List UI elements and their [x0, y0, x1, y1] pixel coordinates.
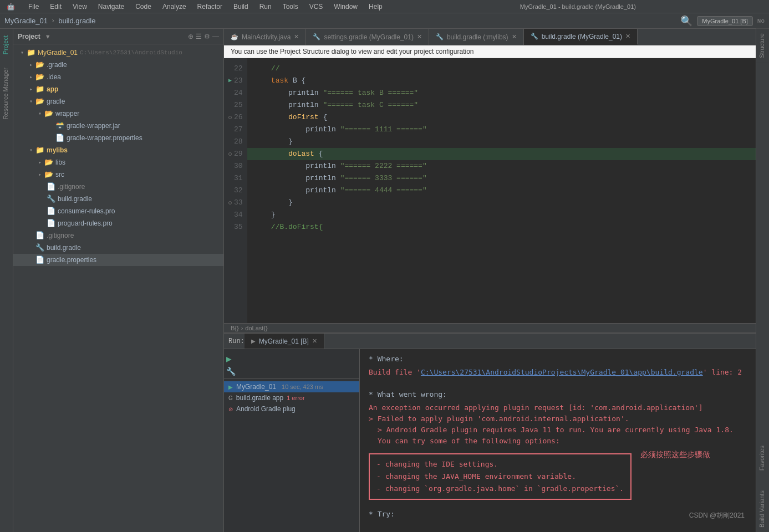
- tree-build-mylibs[interactable]: ▸ 🔧 build.gradle: [13, 193, 223, 205]
- bottom-panel: Run: ▶ MyGradle_01 [B] ✕ ▶ 🔧 ▶: [224, 332, 756, 532]
- tree-build-root[interactable]: ▸ 🔧 build.gradle: [13, 242, 223, 254]
- where-label: * Where:: [369, 354, 747, 365]
- favorites-tab[interactable]: Favorites: [756, 441, 769, 475]
- run-item-err-icon: ⊘: [228, 406, 233, 412]
- panel-icon-3[interactable]: ⚙: [204, 33, 210, 40]
- build-variants-tab[interactable]: Build Variants: [756, 486, 769, 532]
- ln-34: 34: [224, 209, 247, 221]
- right-spacer2: [756, 475, 769, 486]
- tab-build-mylibs-close[interactable]: ✕: [512, 33, 517, 40]
- run-item-g-icon: G: [228, 395, 233, 401]
- option2: - changing the JAVA_HOME environment var…: [376, 471, 624, 482]
- run-tab[interactable]: ▶ MyGradle_01 [B] ✕: [245, 334, 324, 349]
- tree-src[interactable]: ▸ 📂 src: [13, 168, 223, 181]
- code-content[interactable]: // task B { println "====== task B =====…: [247, 58, 756, 323]
- project-tab[interactable]: Project: [0, 29, 13, 61]
- menu-navigate[interactable]: Navigate: [96, 2, 126, 12]
- ln-22: 22: [224, 63, 247, 75]
- tree-mylibs[interactable]: ▾ 📁 mylibs: [13, 144, 223, 156]
- app-label: app: [47, 85, 58, 93]
- breadcrumb-dolast[interactable]: doLast{}: [245, 325, 267, 331]
- tab-settings-gradle-close[interactable]: ✕: [417, 33, 422, 40]
- run-tab-close[interactable]: ✕: [312, 337, 317, 345]
- bgr-label: build.gradle: [47, 244, 81, 252]
- run-item-agp[interactable]: ⊘ Android Gradle plug: [224, 403, 359, 415]
- libs-folder-icon: 📂: [44, 158, 53, 167]
- breadcrumb-b[interactable]: B{}: [231, 325, 239, 331]
- window-title: MyGradle_01 - build.gradle (MyGradle_01): [391, 2, 765, 11]
- code-27: println "====== 1111 ======": [247, 124, 756, 136]
- gradle-open-icon: 📂: [35, 97, 44, 106]
- editor-area[interactable]: 22 ▶ 23 24 25 26 27 28 29 30 31: [224, 58, 756, 323]
- build-file-line: Build file 'C:\Users\27531\AndroidStudio…: [369, 367, 747, 378]
- tree-gitignore-mylibs[interactable]: ▸ 📄 .gitignore: [13, 181, 223, 193]
- tree-wrapper-jar[interactable]: ▸ 🗃️ gradle-wrapper.jar: [13, 120, 223, 132]
- menu-code[interactable]: Code: [133, 2, 154, 12]
- run-tab-icon: ▶: [251, 338, 256, 344]
- tree-gitignore-root[interactable]: ▸ 📄 .gitignore: [13, 229, 223, 242]
- run-play-btn[interactable]: ▶: [226, 354, 357, 365]
- panel-icon-1[interactable]: ⊕: [188, 33, 193, 40]
- run-item-mygradle-text: MyGradle_01: [236, 383, 276, 391]
- build-file-link[interactable]: C:\Users\27531\AndroidStudioProjects\MyG…: [421, 368, 703, 376]
- tab-mainactivity[interactable]: ☕ MainActivity.java ✕: [224, 29, 306, 45]
- tree-libs[interactable]: ▸ 📂 libs: [13, 156, 223, 168]
- gradle-folder-icon: 📂: [35, 60, 44, 69]
- tree-wrapper-props[interactable]: ▸ 📄 gradle-wrapper.properties: [13, 132, 223, 144]
- menu-help[interactable]: Help: [366, 2, 385, 12]
- structure-tab[interactable]: Structure: [756, 29, 769, 63]
- run-item-buildgradle[interactable]: G build.gradle app 1 error: [224, 392, 359, 403]
- android-requires: > Android Gradle plugin requires Java 11…: [378, 424, 747, 436]
- tree-gradle-hidden[interactable]: ▸ 📂 .gradle: [13, 59, 223, 71]
- tree-gradle[interactable]: ▾ 📂 gradle: [13, 95, 223, 108]
- search-icon[interactable]: 🔍: [680, 15, 692, 27]
- menu-vcs[interactable]: VCS: [307, 2, 325, 12]
- menu-edit[interactable]: Edit: [48, 2, 64, 12]
- panel-icon-4[interactable]: —: [212, 33, 219, 40]
- run-item-play-icon: ▶: [228, 384, 233, 390]
- run-item-buildgradle-text: build.gradle app: [236, 394, 283, 402]
- code-22: //: [247, 63, 756, 75]
- code-33: }: [247, 197, 756, 209]
- tab-build-mygradle[interactable]: 🔧 build.gradle (MyGradle_01) ✕: [524, 29, 638, 45]
- menu-analyze[interactable]: Analyze: [160, 2, 189, 12]
- tree-proguard[interactable]: ▸ 📄 proguard-rules.pro: [13, 217, 223, 229]
- expand-arrow-23[interactable]: ▶: [228, 75, 232, 87]
- src-label: src: [55, 171, 64, 178]
- menu-window[interactable]: Window: [332, 2, 360, 12]
- menu-refactor[interactable]: Refactor: [195, 2, 225, 12]
- tab-mainactivity-close[interactable]: ✕: [294, 33, 299, 40]
- failed-text: > Failed to apply plugin 'com.android.in…: [369, 413, 747, 424]
- tree-root[interactable]: ▾ 📁 MyGradle_01 C:\Users\27531\AndroidSt…: [13, 47, 223, 59]
- tree-app[interactable]: ▸ 📁 app: [13, 83, 223, 95]
- menu-file[interactable]: File: [26, 2, 41, 12]
- tree-gradle-props[interactable]: ▸ 📄 gradle.properties: [13, 254, 223, 266]
- run-sidebar: ▶ 🔧 ▶ MyGradle_01 10 sec, 423 ms G build…: [224, 349, 360, 532]
- resource-manager-tab[interactable]: Resource Manager: [0, 61, 13, 126]
- root-path: C:\Users\27531\AndroidStudio: [80, 49, 182, 56]
- ln-27: 27: [224, 124, 247, 136]
- menu-tools[interactable]: Tools: [281, 2, 301, 12]
- menu-view[interactable]: View: [70, 2, 89, 12]
- cr-label: consumer-rules.pro: [58, 207, 115, 215]
- src-arrow: ▸: [35, 171, 44, 178]
- tab-build-mygradle-close[interactable]: ✕: [625, 33, 630, 40]
- tree-wrapper[interactable]: ▾ 📂 wrapper: [13, 108, 223, 120]
- ln-33: 33: [224, 197, 247, 209]
- tab-settings-gradle[interactable]: 🔧 settings.gradle (MyGradle_01) ✕: [306, 29, 429, 45]
- tab-bg-icon: 🔧: [531, 33, 538, 40]
- panel-icon-2[interactable]: ☰: [196, 33, 202, 40]
- tree-consumer[interactable]: ▸ 📄 consumer-rules.pro: [13, 205, 223, 217]
- app-arrow: ▸: [27, 86, 35, 93]
- menu-run[interactable]: Run: [257, 2, 274, 12]
- run-output-area: ▶ 🔧 ▶ MyGradle_01 10 sec, 423 ms G build…: [224, 349, 756, 532]
- tree-idea[interactable]: ▸ 📂 .idea: [13, 71, 223, 83]
- gutter-dot-26: [228, 116, 232, 119]
- panel-dropdown[interactable]: ▼: [45, 33, 51, 40]
- menu-build[interactable]: Build: [231, 2, 251, 12]
- run-item-mygradle[interactable]: ▶ MyGradle_01 10 sec, 423 ms: [224, 381, 359, 392]
- code-25: println "====== task C ======": [247, 99, 756, 111]
- tab-build-mylibs[interactable]: 🔧 build.gradle (:mylibs) ✕: [429, 29, 524, 45]
- branch-button[interactable]: MyGradle_01 [B]: [697, 16, 753, 26]
- run-wrench-btn[interactable]: 🔧: [226, 367, 357, 376]
